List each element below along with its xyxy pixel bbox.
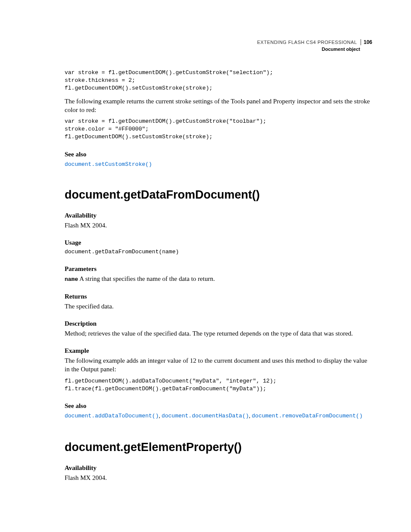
document-page: EXTENDING FLASH CS4 PROFESSIONAL 106 Doc… (0, 0, 411, 532)
book-title: EXTENDING FLASH CS4 PROFESSIONAL (257, 40, 357, 45)
description-label: Description (65, 320, 372, 327)
usage-code: document.getDataFromDocument(name) (65, 248, 372, 256)
usage-label: Usage (65, 239, 372, 246)
returns-text: The specified data. (65, 302, 372, 311)
chapter-title: Document object (257, 47, 372, 52)
page-header: EXTENDING FLASH CS4 PROFESSIONAL 106 Doc… (257, 38, 372, 52)
page-content: var stroke = fl.getDocumentDOM().getCust… (65, 69, 372, 482)
see-also-links-2: document.addDataToDocument(), document.d… (65, 411, 372, 420)
param-desc: A string that specifies the name of the … (78, 275, 215, 282)
example-code: fl.getDocumentDOM().addDataToDocument("m… (65, 377, 372, 393)
availability-label: Availability (65, 212, 372, 219)
code-block-selection: var stroke = fl.getDocumentDOM().getCust… (65, 69, 372, 93)
returns-label: Returns (65, 293, 372, 300)
link-setcustomstroke[interactable]: document.setCustomStroke() (65, 161, 152, 168)
availability-label-2: Availability (65, 464, 372, 472)
code-block-toolbar: var stroke = fl.getDocumentDOM().getCust… (65, 118, 372, 141)
availability-text-2: Flash MX 2004. (65, 473, 372, 482)
example-label: Example (65, 347, 372, 355)
see-also-label-2: See also (65, 402, 372, 410)
page-number: 106 (361, 39, 372, 45)
paragraph-toolbar-intro: The following example returns the curren… (65, 97, 372, 115)
method-title-getelementproperty: document.getElementProperty() (65, 441, 372, 454)
parameters-label: Parameters (65, 265, 372, 273)
availability-text: Flash MX 2004. (65, 221, 372, 230)
param-name: name (65, 276, 78, 283)
link-documenthasdata[interactable]: document.documentHasData() (162, 413, 249, 419)
parameter-row: name A string that specifies the name of… (65, 274, 372, 283)
header-top-line: EXTENDING FLASH CS4 PROFESSIONAL 106 (257, 38, 372, 46)
see-also-label: See also (65, 151, 372, 158)
description-text: Method; retrieves the value of the speci… (65, 329, 372, 338)
link-adddatatodocument[interactable]: document.addDataToDocument() (65, 413, 159, 419)
link-removedatafromdocument[interactable]: document.removeDataFromDocument() (252, 413, 362, 419)
see-also-links: document.setCustomStroke() (65, 160, 372, 168)
example-text: The following example adds an integer va… (65, 356, 372, 374)
method-title-getdatafromdocument: document.getDataFromDocument() (65, 188, 372, 202)
